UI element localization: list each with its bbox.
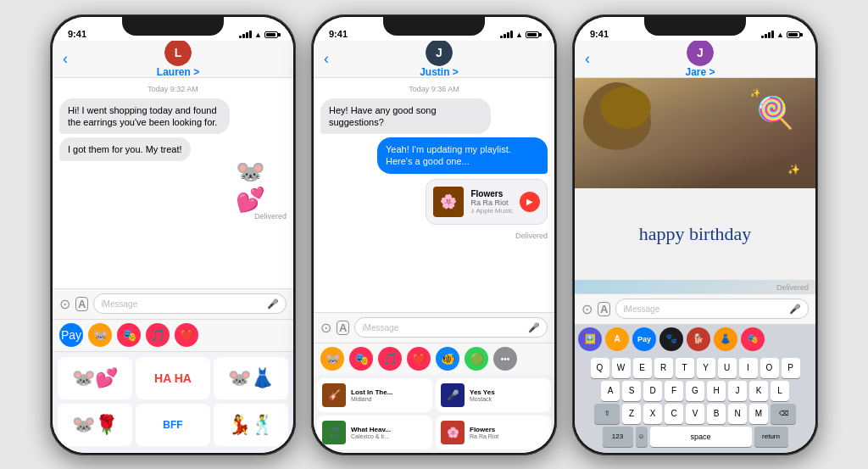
keyboard-3[interactable]: Q W E R T Y U I O P A S D F G H J K L [575, 355, 815, 453]
fashion-btn-3[interactable]: 👗 [714, 327, 737, 351]
grid-thumb-2: 🎤 [441, 383, 465, 407]
key-g[interactable]: G [686, 381, 704, 401]
memoji-btn-1[interactable]: 🎭 [117, 323, 141, 347]
sticker-2[interactable]: HA HA [136, 357, 210, 399]
key-n[interactable]: N [728, 404, 747, 424]
back-button-3[interactable]: ‹ [585, 50, 590, 68]
appstore-icon-2[interactable]: A [337, 321, 349, 335]
photos-btn-3[interactable]: 🖼️ [578, 327, 602, 351]
imessage-input-3[interactable]: iMessage 🎤 [615, 299, 809, 319]
appstore-icon-3[interactable]: A [598, 302, 610, 316]
pay-btn-3[interactable]: Pay [632, 327, 656, 351]
key-t[interactable]: T [676, 358, 694, 378]
key-r[interactable]: R [654, 358, 673, 378]
key-c[interactable]: C [665, 404, 683, 424]
key-o[interactable]: O [760, 358, 779, 378]
avatar-3[interactable]: J [687, 39, 714, 66]
key-123[interactable]: 123 [603, 427, 633, 447]
sticker-5[interactable]: BFF [136, 404, 210, 446]
key-emoji[interactable]: ☺ [636, 427, 648, 447]
keyboard-row-2: A S D F G H J K L [576, 381, 814, 401]
key-v[interactable]: V [686, 404, 704, 424]
key-return[interactable]: return [754, 427, 788, 447]
memoji-btn-2[interactable]: 🎭 [349, 347, 373, 371]
contact-name-3[interactable]: Jare > [685, 66, 715, 78]
key-j[interactable]: J [728, 381, 747, 401]
music-grid-item-4[interactable]: 🌸 Flowers Ra Ra Riot [436, 416, 551, 449]
music-grid-item-2[interactable]: 🎤 Yes Yes Mostack [436, 378, 551, 412]
signal-bars-2 [500, 31, 513, 38]
key-i[interactable]: I [739, 358, 758, 378]
dog-btn-3[interactable]: 🐕 [687, 327, 710, 351]
avatar-2[interactable]: J [426, 39, 453, 66]
key-z[interactable]: Z [622, 404, 641, 424]
music-btn-1[interactable]: 🎵 [146, 323, 170, 347]
key-f[interactable]: F [665, 381, 683, 401]
happy-birthday-text: happy birthday [631, 188, 760, 280]
status-icons-1: ▲ [239, 31, 278, 39]
music-card-2[interactable]: 🌸 Flowers Ra Ra Riot ♪ Apple Music ▶ [426, 179, 548, 225]
apple-pay-btn-1[interactable]: Pay [59, 323, 83, 347]
mic-icon-1: 🎤 [267, 299, 279, 310]
key-w[interactable]: W [612, 358, 631, 378]
key-s[interactable]: S [622, 381, 641, 401]
key-y[interactable]: Y [697, 358, 715, 378]
notch-1 [122, 17, 224, 36]
key-u[interactable]: U [718, 358, 737, 378]
camera-icon-2[interactable]: ⊙ [320, 320, 331, 336]
key-space[interactable]: space [650, 427, 752, 447]
key-q[interactable]: Q [591, 358, 609, 378]
appstore-icon-1[interactable]: A [75, 297, 88, 311]
music-grid-item-1[interactable]: 🎸 Lost In The... Midland [317, 378, 432, 412]
notch-2 [383, 17, 485, 36]
heart-btn-1[interactable]: ❤️ [175, 323, 198, 347]
key-shift[interactable]: ⇧ [594, 404, 620, 424]
sticker-6[interactable]: 💃🕺 [214, 404, 288, 446]
avatar-1[interactable]: L [164, 39, 192, 66]
input-placeholder-1: iMessage [101, 299, 267, 309]
camera-icon-3[interactable]: ⊙ [581, 301, 593, 317]
paw-btn-3[interactable]: 🐾 [659, 327, 683, 351]
sticker-3[interactable]: 🐭👗 [214, 357, 288, 399]
contact-name-1[interactable]: Lauren > [157, 66, 199, 78]
birthday-content: 🍭 ✨ ✨ happy birthday Delivered [575, 78, 815, 293]
appstore-btn-3[interactable]: A [605, 327, 629, 351]
grid-title-4: Flowers [470, 426, 498, 433]
emoji-btn-1[interactable]: 🐭 [88, 323, 112, 347]
play-button-2[interactable]: ▶ [520, 192, 540, 212]
key-backspace[interactable]: ⌫ [771, 404, 796, 424]
green-btn-2[interactable]: 🟢 [465, 347, 488, 371]
key-e[interactable]: E [633, 358, 652, 378]
status-icons-2: ▲ [500, 31, 539, 39]
imessage-input-1[interactable]: iMessage 🎤 [93, 293, 287, 314]
emoji-btn-3[interactable]: 🎭 [741, 327, 765, 351]
key-h[interactable]: H [707, 381, 726, 401]
music-btn-2[interactable]: 🎵 [378, 347, 402, 371]
more-btn-2[interactable]: ••• [493, 347, 517, 371]
back-button-2[interactable]: ‹ [324, 50, 329, 68]
contact-name-2[interactable]: Justin > [420, 66, 459, 78]
grid-info-4: Flowers Ra Ra Riot [470, 426, 498, 439]
key-p[interactable]: P [782, 358, 800, 378]
apple-music-icon: ♪ [470, 207, 474, 215]
imessage-input-2[interactable]: iMessage 🎤 [354, 317, 548, 338]
apple-music-label: Apple Music [476, 207, 513, 215]
fish-btn-2[interactable]: 🐠 [436, 347, 459, 371]
emoji-btn-2[interactable]: 🐭 [320, 347, 344, 371]
sticker-1[interactable]: 🐭💕 [58, 357, 132, 399]
key-b[interactable]: B [707, 404, 726, 424]
music-grid-item-3[interactable]: 🎵 What Heav... Calexico & Ir... [317, 416, 432, 449]
key-d[interactable]: D [643, 381, 662, 401]
key-x[interactable]: X [643, 404, 662, 424]
keyboard-row-4: 123 ☺ space return [576, 427, 814, 447]
key-m[interactable]: M [749, 404, 768, 424]
camera-icon-1[interactable]: ⊙ [59, 296, 70, 312]
sticker-4[interactable]: 🐭🌹 [58, 404, 132, 446]
battery-3 [787, 31, 800, 38]
back-button-1[interactable]: ‹ [63, 50, 68, 68]
key-a[interactable]: A [601, 381, 620, 401]
heart-btn-2[interactable]: ❤️ [407, 347, 431, 371]
grid-title-1: Lost In The... [351, 388, 392, 396]
key-l[interactable]: L [771, 381, 789, 401]
key-k[interactable]: K [749, 381, 768, 401]
